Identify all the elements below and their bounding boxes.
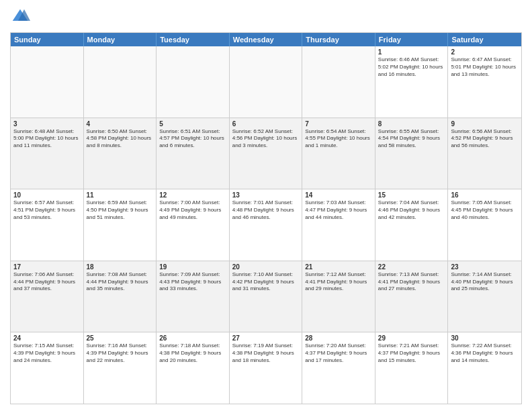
day-number: 17 — [13, 263, 81, 271]
day-info: Sunrise: 6:48 AM Sunset: 5:00 PM Dayligh… — [13, 128, 81, 150]
calendar-cell: 18Sunrise: 7:08 AM Sunset: 4:44 PM Dayli… — [84, 261, 157, 332]
day-info: Sunrise: 6:55 AM Sunset: 4:54 PM Dayligh… — [378, 128, 445, 150]
calendar-row: 24Sunrise: 7:15 AM Sunset: 4:39 PM Dayli… — [11, 332, 521, 404]
day-info: Sunrise: 7:06 AM Sunset: 4:44 PM Dayligh… — [13, 271, 81, 293]
day-number: 28 — [305, 334, 372, 342]
day-info: Sunrise: 6:46 AM Sunset: 5:02 PM Dayligh… — [378, 56, 445, 78]
calendar-cell: 23Sunrise: 7:14 AM Sunset: 4:40 PM Dayli… — [448, 261, 521, 332]
day-info: Sunrise: 6:54 AM Sunset: 4:55 PM Dayligh… — [305, 128, 372, 150]
weekday-header: Monday — [84, 33, 157, 46]
calendar-cell: 26Sunrise: 7:18 AM Sunset: 4:38 PM Dayli… — [157, 332, 230, 404]
day-number: 27 — [232, 334, 300, 342]
calendar-cell: 11Sunrise: 6:59 AM Sunset: 4:50 PM Dayli… — [84, 189, 157, 261]
day-number: 13 — [232, 191, 300, 199]
calendar-cell: 2Sunrise: 6:47 AM Sunset: 5:01 PM Daylig… — [448, 46, 521, 118]
calendar-row: 17Sunrise: 7:06 AM Sunset: 4:44 PM Dayli… — [11, 261, 521, 333]
day-number: 1 — [378, 48, 445, 56]
calendar: SundayMondayTuesdayWednesdayThursdayFrid… — [10, 32, 522, 404]
day-info: Sunrise: 6:56 AM Sunset: 4:52 PM Dayligh… — [451, 128, 519, 150]
calendar-cell: 3Sunrise: 6:48 AM Sunset: 5:00 PM Daylig… — [11, 118, 84, 189]
calendar-cell: 17Sunrise: 7:06 AM Sunset: 4:44 PM Dayli… — [11, 261, 84, 332]
calendar-cell: 7Sunrise: 6:54 AM Sunset: 4:55 PM Daylig… — [302, 118, 375, 189]
calendar-cell: 5Sunrise: 6:51 AM Sunset: 4:57 PM Daylig… — [157, 118, 230, 189]
calendar-row: 10Sunrise: 6:57 AM Sunset: 4:51 PM Dayli… — [11, 189, 521, 261]
day-info: Sunrise: 7:15 AM Sunset: 4:39 PM Dayligh… — [13, 342, 81, 364]
calendar-cell: 4Sunrise: 6:50 AM Sunset: 4:58 PM Daylig… — [84, 118, 157, 189]
calendar-cell — [11, 46, 84, 118]
day-number: 4 — [87, 120, 154, 128]
calendar-cell: 16Sunrise: 7:05 AM Sunset: 4:45 PM Dayli… — [448, 189, 521, 261]
calendar-cell: 19Sunrise: 7:09 AM Sunset: 4:43 PM Dayli… — [157, 261, 230, 332]
calendar-cell: 14Sunrise: 7:03 AM Sunset: 4:47 PM Dayli… — [302, 189, 375, 261]
day-number: 29 — [378, 334, 445, 342]
day-info: Sunrise: 7:04 AM Sunset: 4:46 PM Dayligh… — [378, 199, 445, 221]
calendar-cell — [230, 46, 303, 118]
day-number: 10 — [13, 191, 81, 199]
calendar-cell: 27Sunrise: 7:19 AM Sunset: 4:38 PM Dayli… — [230, 332, 303, 404]
calendar-cell: 8Sunrise: 6:55 AM Sunset: 4:54 PM Daylig… — [375, 118, 449, 189]
header — [10, 7, 522, 27]
day-info: Sunrise: 7:09 AM Sunset: 4:43 PM Dayligh… — [159, 271, 226, 293]
day-info: Sunrise: 7:13 AM Sunset: 4:41 PM Dayligh… — [378, 271, 445, 293]
day-info: Sunrise: 7:05 AM Sunset: 4:45 PM Dayligh… — [451, 199, 519, 221]
weekday-header: Thursday — [302, 33, 375, 46]
calendar-cell: 12Sunrise: 7:00 AM Sunset: 4:49 PM Dayli… — [157, 189, 230, 261]
day-info: Sunrise: 7:19 AM Sunset: 4:38 PM Dayligh… — [232, 342, 300, 364]
logo-icon — [10, 7, 30, 27]
calendar-cell: 10Sunrise: 6:57 AM Sunset: 4:51 PM Dayli… — [11, 189, 84, 261]
day-info: Sunrise: 7:01 AM Sunset: 4:48 PM Dayligh… — [232, 199, 300, 221]
day-info: Sunrise: 7:18 AM Sunset: 4:38 PM Dayligh… — [159, 342, 226, 364]
weekday-header: Friday — [375, 33, 449, 46]
calendar-body: 1Sunrise: 6:46 AM Sunset: 5:02 PM Daylig… — [11, 46, 521, 404]
day-number: 19 — [159, 263, 226, 271]
day-info: Sunrise: 7:22 AM Sunset: 4:36 PM Dayligh… — [451, 342, 519, 364]
calendar-cell: 9Sunrise: 6:56 AM Sunset: 4:52 PM Daylig… — [448, 118, 521, 189]
weekday-header: Saturday — [448, 33, 521, 46]
weekday-header: Wednesday — [230, 33, 303, 46]
page: SundayMondayTuesdayWednesdayThursdayFrid… — [0, 0, 532, 411]
calendar-cell: 21Sunrise: 7:12 AM Sunset: 4:41 PM Dayli… — [302, 261, 375, 332]
day-number: 30 — [451, 334, 519, 342]
day-number: 11 — [87, 191, 154, 199]
logo — [10, 7, 33, 27]
day-info: Sunrise: 6:57 AM Sunset: 4:51 PM Dayligh… — [13, 199, 81, 221]
day-number: 24 — [13, 334, 81, 342]
calendar-cell: 28Sunrise: 7:20 AM Sunset: 4:37 PM Dayli… — [302, 332, 375, 404]
calendar-row: 1Sunrise: 6:46 AM Sunset: 5:02 PM Daylig… — [11, 46, 521, 118]
day-number: 6 — [232, 120, 300, 128]
day-number: 8 — [378, 120, 445, 128]
calendar-cell — [84, 46, 157, 118]
day-number: 26 — [159, 334, 226, 342]
day-info: Sunrise: 7:20 AM Sunset: 4:37 PM Dayligh… — [305, 342, 372, 364]
day-info: Sunrise: 7:08 AM Sunset: 4:44 PM Dayligh… — [87, 271, 154, 293]
calendar-cell: 20Sunrise: 7:10 AM Sunset: 4:42 PM Dayli… — [230, 261, 303, 332]
day-number: 21 — [305, 263, 372, 271]
day-info: Sunrise: 6:51 AM Sunset: 4:57 PM Dayligh… — [159, 128, 226, 150]
calendar-cell: 13Sunrise: 7:01 AM Sunset: 4:48 PM Dayli… — [230, 189, 303, 261]
day-info: Sunrise: 7:00 AM Sunset: 4:49 PM Dayligh… — [159, 199, 226, 221]
day-number: 5 — [159, 120, 226, 128]
day-number: 9 — [451, 120, 519, 128]
calendar-row: 3Sunrise: 6:48 AM Sunset: 5:00 PM Daylig… — [11, 118, 521, 190]
day-number: 18 — [87, 263, 154, 271]
calendar-cell — [302, 46, 375, 118]
day-info: Sunrise: 7:03 AM Sunset: 4:47 PM Dayligh… — [305, 199, 372, 221]
calendar-cell — [157, 46, 230, 118]
day-info: Sunrise: 6:47 AM Sunset: 5:01 PM Dayligh… — [451, 56, 519, 78]
day-info: Sunrise: 7:21 AM Sunset: 4:37 PM Dayligh… — [378, 342, 445, 364]
day-number: 2 — [451, 48, 519, 56]
day-number: 15 — [378, 191, 445, 199]
day-info: Sunrise: 6:50 AM Sunset: 4:58 PM Dayligh… — [87, 128, 154, 150]
day-number: 16 — [451, 191, 519, 199]
calendar-cell: 6Sunrise: 6:52 AM Sunset: 4:56 PM Daylig… — [230, 118, 303, 189]
day-number: 20 — [232, 263, 300, 271]
day-number: 22 — [378, 263, 445, 271]
day-info: Sunrise: 7:12 AM Sunset: 4:41 PM Dayligh… — [305, 271, 372, 293]
day-info: Sunrise: 7:16 AM Sunset: 4:39 PM Dayligh… — [87, 342, 154, 364]
day-number: 23 — [451, 263, 519, 271]
day-number: 7 — [305, 120, 372, 128]
day-info: Sunrise: 7:14 AM Sunset: 4:40 PM Dayligh… — [451, 271, 519, 293]
day-number: 12 — [159, 191, 226, 199]
day-number: 14 — [305, 191, 372, 199]
calendar-cell: 24Sunrise: 7:15 AM Sunset: 4:39 PM Dayli… — [11, 332, 84, 404]
